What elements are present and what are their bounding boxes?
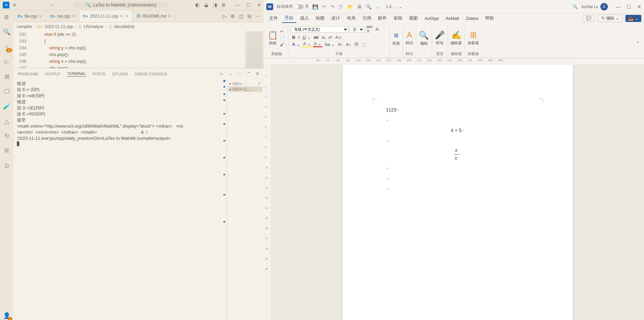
panel-tab-debug[interactable]: DEBUG CONSOLE xyxy=(135,72,167,76)
tab-home[interactable]: 开始 xyxy=(282,14,296,23)
tab-help[interactable]: 帮助 xyxy=(482,14,497,23)
dictate-button[interactable]: 🎤听写 xyxy=(435,30,445,46)
document-page[interactable]: 1123↵ ↵ 4 + 5↵ ↵ ab↵ ↵ ↵ ↵ xyxy=(343,65,573,320)
terminal-item-2[interactable]: ▸C/C++ C... xyxy=(228,86,262,92)
highlight-icon[interactable]: A ⌄ xyxy=(302,41,312,47)
new-icon[interactable]: 🗋 xyxy=(338,4,343,9)
layout-bottom-icon[interactable]: ⬓ xyxy=(204,2,208,7)
minimap[interactable] xyxy=(245,31,264,68)
account-icon[interactable]: 👤1 xyxy=(2,311,11,320)
testing-icon[interactable]: 🧪 xyxy=(2,102,11,111)
ribbon-collapse-icon[interactable]: ⌄ xyxy=(633,24,643,58)
cut-icon[interactable]: ✂ xyxy=(280,29,285,34)
qat-search-icon[interactable]: 🔍 xyxy=(366,4,372,9)
nav-back-icon[interactable]: ← xyxy=(50,2,54,8)
split-icon[interactable]: ◫ xyxy=(239,14,243,19)
grow-font-icon[interactable]: A↑ xyxy=(337,42,344,47)
char-border-icon[interactable]: A xyxy=(375,27,380,32)
terminal-more-icon[interactable]: ⋯ xyxy=(237,71,242,77)
command-center[interactable]: 🔍 LaTex to MathML [Administrator] xyxy=(73,2,168,8)
window-minimize-icon[interactable]: ― xyxy=(235,2,240,7)
addins-button[interactable]: ⊞加载项 xyxy=(468,30,479,46)
panel-close-icon[interactable]: ✕ xyxy=(256,71,260,77)
search-icon[interactable]: 🔍 xyxy=(2,28,11,36)
tab-close-icon[interactable]: × xyxy=(126,14,128,19)
layout-customize-icon[interactable]: ⊞ xyxy=(222,2,225,7)
panel-tab-problems[interactable]: PROBLEMS xyxy=(18,72,38,76)
menu-hamburger-icon[interactable]: ≡ xyxy=(13,2,16,8)
styles-button[interactable]: A样式 xyxy=(406,30,413,46)
ext3-icon[interactable]: R xyxy=(2,146,11,155)
ext2-icon[interactable]: ↻ xyxy=(2,132,11,140)
edit-button[interactable]: 🔍编辑 xyxy=(419,31,429,46)
user-account[interactable]: Junital Lu JL xyxy=(581,3,608,10)
run-debug-icon[interactable]: ▷ xyxy=(2,57,11,66)
window-close-icon[interactable]: ✕ xyxy=(257,2,261,7)
tab-cat-cpp[interactable]: C+cat.cppU xyxy=(46,10,79,22)
source-control-icon[interactable]: ⑂16 xyxy=(2,43,11,51)
code-editor[interactable]: 192 193 194 195 196 197 else if (idx == … xyxy=(14,31,264,68)
font-name-select[interactable]: 等线 (中文正文) xyxy=(291,26,349,32)
panel-tab-gitlens[interactable]: GITLENS xyxy=(112,72,128,76)
autosave-toggle[interactable]: 自动保存 关 xyxy=(277,4,309,9)
comments-button[interactable]: 💬 xyxy=(582,15,595,22)
font-color-icon[interactable]: A ⌄ xyxy=(313,41,323,47)
tab-file-cpp[interactable]: C+file.cppU xyxy=(14,10,46,22)
char-shading-icon[interactable]: ⬚ xyxy=(361,42,367,47)
tab-insert[interactable]: 插入 xyxy=(297,14,312,23)
window-maximize-icon[interactable]: ☐ xyxy=(246,2,251,7)
share-button[interactable]: 📤 ⌄ xyxy=(625,15,641,22)
panel-tab-output[interactable]: OUTPUT xyxy=(45,72,60,76)
layout-right-icon[interactable]: ◨ xyxy=(213,2,217,7)
tab-references[interactable]: 引用 xyxy=(360,14,374,23)
qat-dropdown-icon[interactable]: ⌄ xyxy=(376,4,380,9)
paragraph-button[interactable]: ≡段落 xyxy=(392,31,400,46)
strikethrough-button[interactable]: ab xyxy=(313,35,319,40)
ext1-icon[interactable]: △ xyxy=(2,117,11,126)
window-close-icon[interactable]: ✕ xyxy=(637,4,641,9)
terminal[interactable]: 移进 按 E-> 归约 按 E->idE归约 移进 按 S->{E}归约 按 E… xyxy=(14,79,264,320)
font-size-select[interactable]: 五号 xyxy=(350,26,364,32)
terminal-dropdown-icon[interactable]: ⌄ xyxy=(229,71,233,77)
panel-tab-terminal[interactable]: TERMINAL xyxy=(67,72,86,77)
explorer-icon[interactable]: 🗎 xyxy=(2,13,11,22)
superscript-button[interactable]: x² xyxy=(328,35,333,40)
tab-axmatl[interactable]: AxMatl xyxy=(443,15,462,22)
diff-icon[interactable]: ⊟ xyxy=(247,14,252,19)
tab-zotero[interactable]: Zotero xyxy=(463,15,481,22)
editing-mode-button[interactable]: ✎编辑⌄ xyxy=(598,15,623,22)
horizontal-ruler[interactable]: |2||4||6||8| |10||12||14||16| |18||20||2… xyxy=(264,58,644,65)
subscript-button[interactable]: x₂ xyxy=(321,35,327,40)
tab-draw[interactable]: 绘图 xyxy=(313,14,327,23)
tab-2023-11-11-cpp[interactable]: C+2023-11-11.cppU× xyxy=(79,10,133,22)
text-effects-icon[interactable]: A ⌄ xyxy=(291,42,301,47)
search-icon[interactable]: 🔍 xyxy=(573,4,578,9)
terminal-new-icon[interactable]: ＋ xyxy=(219,71,224,77)
settings-icon[interactable]: ⚙ xyxy=(231,14,235,19)
change-case-icon[interactable]: Aa ⌄ xyxy=(324,42,336,47)
document-name[interactable]: 1.d… xyxy=(386,4,396,9)
tab-view[interactable]: 视图 xyxy=(406,14,421,23)
terminal-item-1[interactable]: ▸C/C+...✓ xyxy=(228,81,262,86)
copy-icon[interactable]: 📄 xyxy=(280,35,285,41)
run-icon[interactable]: ▷ xyxy=(223,14,226,19)
enclose-char-icon[interactable]: ㊕ xyxy=(353,41,360,47)
tab-readme-md[interactable]: ⓘREADME.mdU xyxy=(133,10,175,22)
underline-button[interactable]: U ⌄ xyxy=(302,35,312,40)
phonetic-icon[interactable]: wén文 xyxy=(365,25,374,33)
print-icon[interactable]: 🖶 xyxy=(357,4,362,9)
vertical-ruler[interactable]: 1234 5678 9101112 13141516 17181920 xyxy=(264,65,271,320)
extensions-icon[interactable]: ⊞ xyxy=(2,72,11,81)
save-icon[interactable]: 💾 xyxy=(312,4,318,9)
tab-design[interactable]: 设计 xyxy=(329,14,343,23)
paste-button[interactable]: 📋粘贴 xyxy=(268,30,278,46)
more-icon[interactable]: ⋯ xyxy=(256,14,260,19)
italic-button[interactable]: I xyxy=(297,35,301,40)
tab-file[interactable]: 文件 xyxy=(266,14,281,23)
remote-icon[interactable]: 🖵 xyxy=(2,87,11,96)
ext4-icon[interactable]: ⊙ xyxy=(2,161,11,170)
layout-left-icon[interactable]: ◧ xyxy=(195,2,199,7)
undo-icon[interactable]: ↶ xyxy=(322,4,326,9)
breadcrumb[interactable]: compiler› C+2023-11-11.cpp› ⬡LRAnalyse› … xyxy=(14,22,264,31)
panel-tab-ports[interactable]: PORTS xyxy=(93,72,105,76)
